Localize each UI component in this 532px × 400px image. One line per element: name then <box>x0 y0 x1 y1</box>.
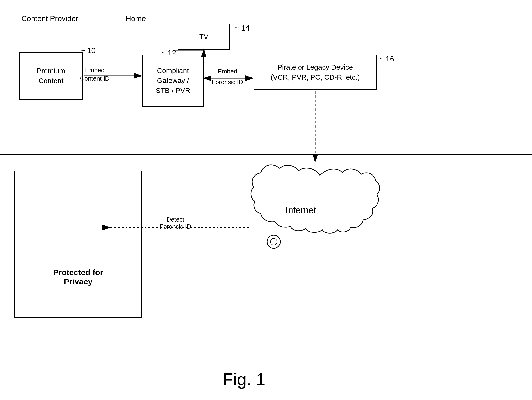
diagram: Content Provider Home PremiumContent ~ 1… <box>0 0 532 400</box>
svg-text:Detect: Detect <box>166 216 184 223</box>
svg-text:Forensic ID: Forensic ID <box>160 223 191 230</box>
svg-text:Embed: Embed <box>218 68 237 75</box>
svg-text:Content ID: Content ID <box>80 75 109 82</box>
svg-text:Embed: Embed <box>85 67 105 74</box>
fig-label: Fig. 1 <box>223 370 266 389</box>
diagram-arrows: Embed Content ID Embed Forensic ID Detec… <box>0 0 532 400</box>
svg-text:Forensic ID: Forensic ID <box>212 78 243 86</box>
